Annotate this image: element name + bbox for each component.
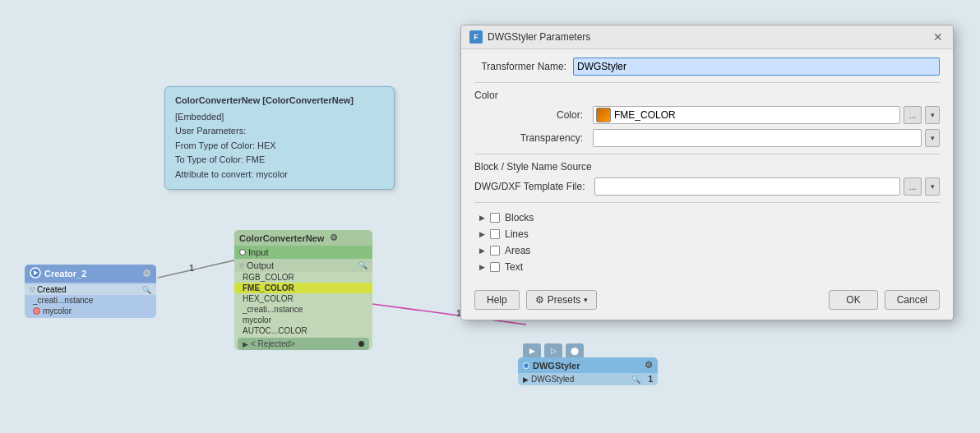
- tooltip-box: ColorConverterNew [ColorConverterNew] [E…: [164, 86, 395, 190]
- tooltip-title: ColorConverterNew [ColorConverterNew]: [175, 94, 384, 108]
- presets-label: Presets: [548, 294, 581, 306]
- transformer-name-row: Transformer Name:: [474, 58, 940, 76]
- converter-output-header: ▽ Output 🔍: [234, 259, 372, 272]
- output-triangle-icon: ▽: [30, 286, 35, 293]
- blocks-label: Blocks: [505, 212, 534, 223]
- presets-button[interactable]: ⚙ Presets ▾: [526, 290, 598, 310]
- tooltip-line4: To Type of Color: FME: [175, 153, 384, 168]
- transparency-input[interactable]: [593, 129, 922, 147]
- dwgstyler-canvas-header[interactable]: DWGStyler ⚙: [518, 357, 658, 373]
- template-dots-button[interactable]: ...: [904, 177, 922, 196]
- color-field-row: Color: ... ▾: [474, 106, 940, 124]
- creator-body: ▽ Created 🔍 _creati...nstance mycolor: [25, 283, 156, 318]
- converter-rejected-label: < Rejected>: [251, 339, 295, 348]
- blocks-collapse-arrow-icon: ▶: [479, 214, 485, 222]
- input-port-icon: [239, 249, 246, 256]
- template-dropdown-button[interactable]: ▾: [925, 177, 940, 196]
- color-field-label: Color:: [474, 109, 589, 121]
- blocks-checkbox[interactable]: [490, 213, 500, 223]
- color-value-input[interactable]: [612, 109, 897, 121]
- converter-output-label: Output: [247, 260, 274, 270]
- dwgstyler-canvas-body: ▶ DWGStyled 🔍 1: [518, 373, 658, 385]
- tooltip-line5: Attribute to convert: mycolor: [175, 168, 384, 182]
- dwgstyler-output-label: DWGStyled: [531, 375, 574, 384]
- dwgstyler-canvas-gear-icon[interactable]: ⚙: [645, 360, 653, 371]
- rejected-arrow-icon: ▶: [243, 340, 248, 348]
- creator-node[interactable]: Creator_2 ⚙ ▽ Created 🔍 _creati...nstanc…: [25, 265, 156, 318]
- converter-rejected-row: ▶ < Rejected>: [238, 338, 369, 350]
- creator-header[interactable]: Creator_2 ⚙: [25, 265, 156, 283]
- lines-label: Lines: [505, 228, 529, 240]
- color-section-label: Color: [474, 90, 940, 101]
- converter-input-row: Input: [234, 246, 372, 259]
- converter-attr-fme: FME_COLOR: [234, 283, 372, 293]
- creator-attr1: _creati...nstance: [25, 295, 156, 306]
- dwgstyler-arrow-icon: ▶: [523, 375, 529, 384]
- dwgstyler-output-count: 1: [648, 375, 653, 384]
- dwgstyler-canvas-label: DWGStyler: [533, 361, 580, 371]
- lines-checkbox[interactable]: [490, 229, 500, 239]
- transparency-field-row: Transparency: ▾: [474, 129, 940, 147]
- color-dropdown-button[interactable]: ▾: [925, 106, 940, 124]
- ok-button[interactable]: OK: [829, 290, 877, 310]
- text-checkbox[interactable]: [490, 262, 500, 272]
- dwgstyler-dialog: F DWGStyler Parameters ✕ Transformer Nam…: [460, 25, 954, 320]
- canvas-area: 1 1 ColorConverterNew [ColorConverterNew…: [0, 0, 980, 433]
- presets-gear-icon: ⚙: [535, 294, 544, 306]
- converter-attr-rgb: RGB_COLOR: [234, 272, 372, 283]
- toolbar-circle-icon[interactable]: ⬤: [566, 343, 584, 358]
- cancel-button[interactable]: Cancel: [885, 290, 940, 310]
- lines-collapse-arrow-icon: ▶: [479, 230, 485, 238]
- transformer-name-input[interactable]: [573, 58, 940, 76]
- creator-search-icon[interactable]: 🔍: [142, 286, 151, 294]
- tooltip-line3: From Type of Color: HEX: [175, 139, 384, 154]
- creator-gear-icon[interactable]: ⚙: [142, 268, 151, 279]
- help-button[interactable]: Help: [474, 290, 520, 310]
- dwgstyler-search-icon[interactable]: 🔍: [631, 375, 640, 384]
- converter-body: Input ▽ Output 🔍 RGB_COLOR FME_COLOR HEX…: [234, 246, 372, 350]
- lines-collapsible[interactable]: ▶ Lines: [474, 226, 940, 242]
- areas-checkbox[interactable]: [490, 246, 500, 256]
- converter-gear-icon[interactable]: ⚙: [330, 233, 338, 243]
- dialog-close-button[interactable]: ✕: [931, 31, 945, 43]
- color-swatch-icon[interactable]: [596, 108, 611, 122]
- creator-port-icon: [30, 267, 41, 280]
- areas-collapse-arrow-icon: ▶: [479, 246, 485, 255]
- creator-label: Creator_2: [44, 269, 86, 279]
- blocks-collapsible[interactable]: ▶ Blocks: [474, 210, 940, 226]
- converter-search-icon[interactable]: 🔍: [358, 261, 368, 269]
- creator-attr2: mycolor: [43, 306, 72, 316]
- creator-output-row: ▽ Created 🔍: [25, 284, 156, 295]
- areas-label: Areas: [505, 245, 530, 256]
- transformer-name-label: Transformer Name:: [474, 61, 573, 72]
- converter-input-label: Input: [248, 247, 268, 257]
- block-section-label: Block / Style Name Source: [474, 161, 940, 173]
- transparency-label: Transparency:: [474, 132, 589, 144]
- dialog-titlebar: F DWGStyler Parameters ✕: [461, 25, 953, 49]
- toolbar-forward-icon[interactable]: ▷: [544, 343, 562, 358]
- dwgstyler-port-left-icon: [523, 362, 529, 369]
- rejected-dot-icon: [358, 341, 364, 347]
- text-collapse-arrow-icon: ▶: [479, 263, 485, 271]
- toolbar-play-icon[interactable]: ▶: [523, 343, 541, 358]
- text-collapsible[interactable]: ▶ Text: [474, 259, 940, 275]
- dialog-body: Transformer Name: Color Color: ... ▾ Tra…: [461, 49, 953, 283]
- color-dots-button[interactable]: ...: [904, 106, 922, 124]
- converter-node[interactable]: ColorConverterNew ⚙ Input ▽ Output 🔍 RGB…: [234, 230, 372, 352]
- converter-header[interactable]: ColorConverterNew ⚙: [234, 230, 372, 246]
- template-input[interactable]: [594, 177, 900, 196]
- color-field-input-wrapper: [593, 106, 900, 124]
- dwgstyler-canvas-node[interactable]: DWGStyler ⚙ ▶ DWGStyled 🔍 1: [518, 357, 658, 385]
- svg-line-0: [158, 259, 241, 278]
- converter-label: ColorConverterNew: [239, 233, 324, 243]
- transparency-dropdown-button[interactable]: ▾: [925, 129, 940, 147]
- text-label: Text: [505, 261, 523, 273]
- dialog-title-text: DWGStyler Parameters: [488, 31, 927, 43]
- converter-output-triangle-icon: ▽: [239, 262, 244, 269]
- converter-attr-creati: _creati...nstance: [234, 304, 372, 315]
- dialog-footer: Help ⚙ Presets ▾ OK Cancel: [461, 283, 953, 320]
- areas-collapsible[interactable]: ▶ Areas: [474, 242, 940, 259]
- template-label: DWG/DXF Template File:: [474, 181, 591, 192]
- mycolor-dot-icon: [33, 307, 40, 315]
- converter-attr-autoc: AUTOC...COLOR: [234, 325, 372, 336]
